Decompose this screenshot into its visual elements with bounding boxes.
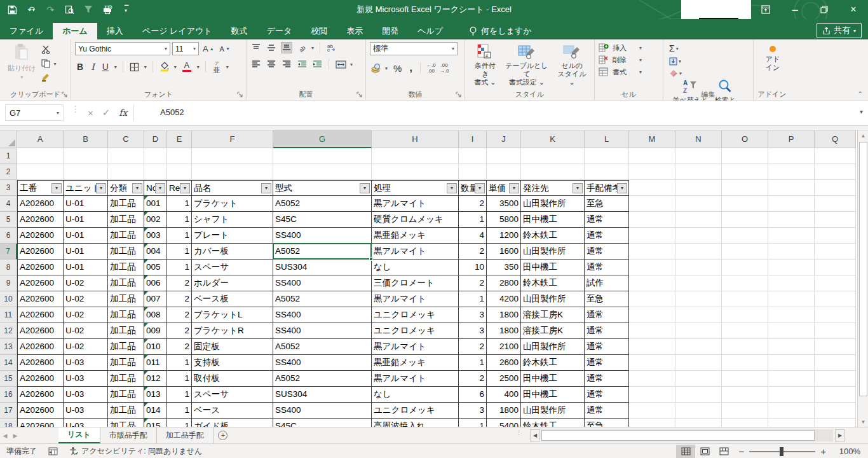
ribbon-tab-数式[interactable]: 数式 bbox=[222, 23, 257, 39]
cell-E12[interactable]: 2 bbox=[167, 323, 192, 339]
cell-D5[interactable]: 002 bbox=[144, 212, 167, 228]
cell-I2[interactable] bbox=[459, 164, 487, 180]
filter-dropdown-icon[interactable]: ▾ bbox=[360, 183, 370, 193]
column-header-P[interactable]: P bbox=[768, 130, 815, 148]
cell-B1[interactable] bbox=[64, 148, 108, 164]
cell-L11[interactable]: 通常 bbox=[585, 307, 629, 323]
cell-P15[interactable] bbox=[768, 371, 815, 387]
normal-view-button[interactable] bbox=[676, 445, 695, 458]
cell-E6[interactable]: 1 bbox=[167, 228, 192, 244]
cell-M17[interactable] bbox=[629, 403, 675, 419]
cell-M15[interactable] bbox=[629, 371, 675, 387]
cell-Q13[interactable] bbox=[815, 339, 856, 355]
row-header-5[interactable]: 5 bbox=[0, 212, 17, 228]
cell-H11[interactable]: ユニクロメッキ bbox=[372, 307, 459, 323]
cell-L7[interactable]: 通常 bbox=[585, 244, 629, 260]
cell-F10[interactable]: ベース板 bbox=[192, 291, 273, 307]
cell-I14[interactable]: 1 bbox=[459, 355, 487, 371]
row-header-16[interactable]: 16 bbox=[0, 387, 17, 403]
cell-P10[interactable] bbox=[768, 291, 815, 307]
cell-O1[interactable] bbox=[722, 148, 768, 164]
cell-G14[interactable]: SS400 bbox=[273, 355, 372, 371]
cell-Q2[interactable] bbox=[815, 164, 856, 180]
decrease-indent-icon[interactable] bbox=[296, 59, 308, 70]
cell-H5[interactable]: 硬質クロムメッキ bbox=[372, 212, 459, 228]
accessibility-status[interactable]: アクセシビリティ: 問題ありません bbox=[69, 446, 202, 457]
cell-N17[interactable] bbox=[675, 403, 722, 419]
cell-N9[interactable] bbox=[675, 275, 722, 291]
sheet-tab-加工品手配[interactable]: 加工品手配 bbox=[157, 427, 214, 443]
filter-dropdown-icon[interactable]: ▾ bbox=[96, 183, 106, 193]
name-box[interactable]: G7 ▾ bbox=[5, 104, 64, 121]
cell-M14[interactable] bbox=[629, 355, 675, 371]
cell-Q3[interactable] bbox=[815, 180, 856, 196]
cell-N8[interactable] bbox=[675, 260, 722, 275]
cell-D1[interactable] bbox=[144, 148, 167, 164]
top-align-icon[interactable] bbox=[250, 42, 262, 53]
row-header-1[interactable]: 1 bbox=[0, 148, 17, 164]
column-header-C[interactable]: C bbox=[108, 130, 144, 148]
cell-E10[interactable]: 2 bbox=[167, 291, 192, 307]
cell-A14[interactable]: A202600 bbox=[17, 355, 64, 371]
vertical-scroll-thumb[interactable] bbox=[859, 142, 867, 396]
cell-K17[interactable]: 山田製作所 bbox=[521, 403, 585, 419]
cell-P5[interactable] bbox=[768, 212, 815, 228]
cell-L10[interactable]: 至急 bbox=[585, 291, 629, 307]
row-header-4[interactable]: 4 bbox=[0, 196, 17, 212]
row-header-6[interactable]: 6 bbox=[0, 228, 17, 244]
font-size-combobox[interactable]: 11▾ bbox=[172, 42, 199, 55]
row-header-12[interactable]: 12 bbox=[0, 323, 17, 339]
horizontal-scroll-thumb[interactable] bbox=[541, 430, 815, 441]
cell-L2[interactable] bbox=[585, 164, 629, 180]
row-header-15[interactable]: 15 bbox=[0, 371, 17, 387]
cell-H9[interactable]: 三価クロメート bbox=[372, 275, 459, 291]
cell-A17[interactable]: A202600 bbox=[17, 403, 64, 419]
copy-icon[interactable]: ▾ bbox=[40, 58, 51, 69]
cell-E8[interactable]: 1 bbox=[167, 260, 192, 275]
cell-H1[interactable] bbox=[372, 148, 459, 164]
cell-G13[interactable]: A5052 bbox=[273, 339, 372, 355]
cell-A12[interactable]: A202600 bbox=[17, 323, 64, 339]
cell-J16[interactable]: 400 bbox=[487, 387, 521, 403]
cell-C11[interactable]: 加工品 bbox=[108, 307, 144, 323]
column-header-D[interactable]: D bbox=[144, 130, 167, 148]
filter-dropdown-icon[interactable]: ▾ bbox=[155, 183, 165, 193]
ribbon-tab-表示[interactable]: 表示 bbox=[337, 23, 372, 39]
cell-J5[interactable]: 5800 bbox=[487, 212, 521, 228]
cell-J14[interactable]: 2600 bbox=[487, 355, 521, 371]
cell-N13[interactable] bbox=[675, 339, 722, 355]
cell-B6[interactable]: U-01 bbox=[64, 228, 108, 244]
cell-N6[interactable] bbox=[675, 228, 722, 244]
cell-I17[interactable]: 3 bbox=[459, 403, 487, 419]
cell-P7[interactable] bbox=[768, 244, 815, 260]
cell-L6[interactable]: 通常 bbox=[585, 228, 629, 244]
macro-record-button[interactable] bbox=[48, 447, 58, 455]
cell-O16[interactable] bbox=[722, 387, 768, 403]
cell-F11[interactable]: ブラケットL bbox=[192, 307, 273, 323]
cell-B7[interactable]: U-01 bbox=[64, 244, 108, 260]
zoom-level[interactable]: 100% bbox=[831, 447, 860, 456]
cell-P9[interactable] bbox=[768, 275, 815, 291]
cell-B14[interactable]: U-03 bbox=[64, 355, 108, 371]
cell-C7[interactable]: 加工品 bbox=[108, 244, 144, 260]
cell-K9[interactable]: 鈴木鉄工 bbox=[521, 275, 585, 291]
cell-I7[interactable]: 2 bbox=[459, 244, 487, 260]
cell-L12[interactable]: 通常 bbox=[585, 323, 629, 339]
cell-G17[interactable]: SS400 bbox=[273, 403, 372, 419]
cell-C17[interactable]: 加工品 bbox=[108, 403, 144, 419]
align-left-icon[interactable] bbox=[250, 59, 262, 70]
cell-O14[interactable] bbox=[722, 355, 768, 371]
format-cells-button[interactable]: 書式▾ bbox=[599, 67, 660, 76]
cell-H3[interactable]: 処理▾ bbox=[372, 180, 459, 196]
cell-K1[interactable] bbox=[521, 148, 585, 164]
cell-C5[interactable]: 加工品 bbox=[108, 212, 144, 228]
cell-D3[interactable]: No▾ bbox=[144, 180, 167, 196]
cell-O12[interactable] bbox=[722, 323, 768, 339]
cell-F3[interactable]: 品名▾ bbox=[192, 180, 273, 196]
filter-dropdown-icon[interactable]: ▾ bbox=[509, 183, 519, 193]
filter-dropdown-icon[interactable]: ▾ bbox=[475, 183, 485, 193]
filter-dropdown-icon[interactable]: ▾ bbox=[180, 183, 190, 193]
cell-M16[interactable] bbox=[629, 387, 675, 403]
increase-font-size-icon[interactable]: A▲ bbox=[201, 43, 216, 54]
sheet-tab-市販品手配[interactable]: 市販品手配 bbox=[100, 427, 157, 443]
